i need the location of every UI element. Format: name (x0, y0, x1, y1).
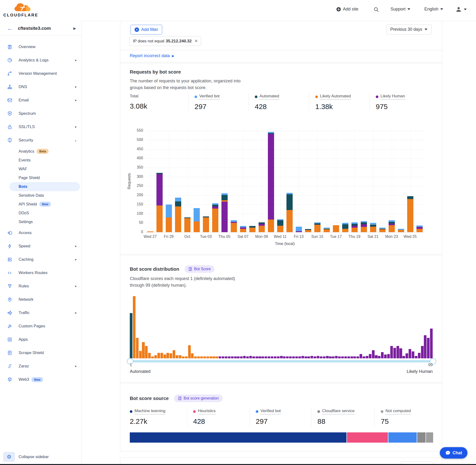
chevron-down-icon: ▾ (75, 125, 76, 129)
histogram-bar-score-10 (157, 353, 160, 359)
back-arrow-icon[interactable]: ← (7, 25, 13, 32)
sidebar-item-sensitive-data[interactable]: Sensitive Data (0, 191, 81, 200)
stat-divider (375, 408, 375, 426)
score-range-slider-track[interactable] (130, 360, 433, 362)
top-nav: CLOUDFLARE Add site Support English (0, 0, 476, 21)
language-menu[interactable]: English (424, 7, 443, 12)
apps-icon (7, 337, 13, 342)
sidebar-item-events[interactable]: Events (0, 156, 81, 165)
report-incorrect-data-link[interactable]: Report incorrect data ▶ (130, 53, 174, 58)
settings-gear-button[interactable]: ⚙ (3, 452, 15, 462)
sidebar-item-ddos[interactable]: DDoS (0, 209, 81, 217)
sidebar-item-overview[interactable]: Overview (0, 40, 81, 53)
histogram-bar-score-50 (280, 356, 283, 358)
section-title: Bot score source (130, 396, 169, 401)
email-icon (7, 98, 13, 103)
sidebar-item-analytics-logs[interactable]: Analytics & Logs▾ (0, 53, 81, 67)
legend-dot (317, 410, 320, 413)
histogram-bar-score-65 (326, 356, 328, 358)
sidebar-item-scrape-shield[interactable]: Scrape Shield (0, 346, 81, 359)
sidebar-item-traffic[interactable]: Traffic▾ (0, 306, 81, 319)
sidebar-item-analytics[interactable]: AnalyticsBeta (0, 147, 81, 156)
bar-segment-a (212, 205, 218, 206)
histogram-bar-score-97 (424, 335, 426, 358)
plus-icon: + (135, 27, 139, 32)
stat-cloudflare-service[interactable]: Cloudflare service88 (317, 409, 355, 425)
sidebar-item-security[interactable]: Security▴ (0, 134, 81, 147)
sidebar-item-page-shield[interactable]: Page Shield (0, 173, 81, 182)
sidebar-item-zaraz[interactable]: Zaraz▾ (0, 359, 81, 373)
time-range-dropdown[interactable]: Previous 30 days (386, 24, 432, 34)
bot-score-distribution-card: Bot score distribution Bot Score Cloudfl… (120, 255, 442, 382)
bar-segment-a (407, 196, 413, 199)
histogram-bar-score-69 (338, 356, 341, 358)
bar-segment-lh (222, 202, 228, 232)
bar-segment-a (249, 226, 255, 227)
collapse-sidebar-button[interactable]: Collapse sidebar (19, 454, 49, 459)
stat-heuristics[interactable]: Heuristics428 (193, 409, 216, 425)
sidebar-item-version-management[interactable]: Version Management (0, 67, 81, 80)
sidebar-item-settings[interactable]: Settings (0, 217, 81, 226)
sidebar-item-caching[interactable]: Caching▾ (0, 253, 81, 266)
sidebar-item-apps[interactable]: Apps (0, 333, 81, 346)
sidebar-item-rules[interactable]: Rules▾ (0, 280, 81, 293)
bar-segment-vb (342, 223, 348, 224)
bar-segment-vb (324, 228, 330, 229)
sidebar-item-spectrum[interactable]: Spectrum (0, 107, 81, 120)
bar-segment-a (222, 195, 228, 200)
bar-segment-la (175, 206, 181, 232)
bar-segment-vb (277, 219, 283, 220)
chevron-down-icon (440, 8, 443, 10)
legend-dot (130, 410, 132, 413)
add-filter-button[interactable]: + Add filter (130, 25, 162, 34)
legend-dot (256, 410, 258, 413)
sidebar-item-dns[interactable]: DNS▾ (0, 80, 81, 94)
histogram-bar-score-51 (283, 356, 286, 358)
sidebar-item-label: Workers Routes (19, 270, 48, 275)
cloudflare-logo[interactable] (13, 1, 31, 12)
stat-not-computed[interactable]: Not computed75 (381, 409, 411, 425)
sidebar-item-bots[interactable]: Bots (0, 182, 81, 191)
search-icon[interactable] (373, 7, 379, 12)
stat-machine-learning[interactable]: Machine learning2.27k (130, 409, 165, 425)
sidebar-item-custom-pages[interactable]: Custom Pages (0, 319, 81, 333)
gridline-x (187, 131, 188, 232)
sidebar-item-label: Access (19, 231, 32, 235)
stat-verified-bot[interactable]: Verified bot297 (256, 409, 281, 425)
bar-segment-la (268, 220, 274, 232)
histogram-bar-score-72 (348, 356, 350, 358)
sidebar-item-speed[interactable]: Speed▾ (0, 240, 81, 253)
bot-score-generation-badge[interactable]: Bot score generation (174, 394, 223, 402)
source-segment-machine-learning (130, 432, 347, 443)
chat-button[interactable]: Chat (440, 447, 467, 459)
sidebar-item-access[interactable]: Access (0, 226, 81, 240)
sidebar-item-ssl-tls[interactable]: SSL/TLS▾ (0, 120, 81, 134)
bar-segment-la (259, 226, 265, 232)
site-header[interactable]: ← cftestsite3.com ▶ (0, 21, 81, 36)
sidebar-item-api-shield[interactable]: API ShieldNew (0, 200, 81, 209)
add-site-button[interactable]: Add site (336, 7, 358, 12)
account-menu[interactable] (455, 6, 467, 13)
sidebar-item-network[interactable]: Network (0, 293, 81, 306)
new-badge: New (39, 202, 51, 207)
sidebar-item-label: API Shield (19, 202, 37, 206)
sidebar-item-web3[interactable]: Web3New (0, 373, 81, 386)
x-tick-label: Oct (179, 234, 195, 239)
filter-card: + Add filter IP does not equal 35.212.24… (120, 21, 442, 62)
bar-segment-la (240, 229, 246, 232)
chevron-down-icon: ▾ (75, 258, 76, 261)
histogram-bar-score-25 (203, 356, 206, 358)
sidebar-item-workers-routes[interactable]: Workers Routes (0, 266, 81, 280)
remove-filter-icon[interactable]: ✕ (195, 39, 198, 43)
sidebar-item-label: Events (19, 158, 31, 162)
histogram-bar-score-85 (387, 354, 390, 358)
support-menu[interactable]: Support (391, 7, 410, 12)
histogram-bar-score-61 (314, 356, 316, 358)
bar-segment-la (333, 225, 339, 232)
chevron-right-icon[interactable]: ▶ (73, 26, 76, 30)
sidebar-item-email[interactable]: Email▾ (0, 94, 81, 107)
histogram-bar-score-15 (173, 350, 175, 358)
bar-segment-a (342, 224, 348, 229)
sidebar-item-waf[interactable]: WAF (0, 165, 81, 173)
histogram-bar-score-99 (430, 328, 433, 358)
